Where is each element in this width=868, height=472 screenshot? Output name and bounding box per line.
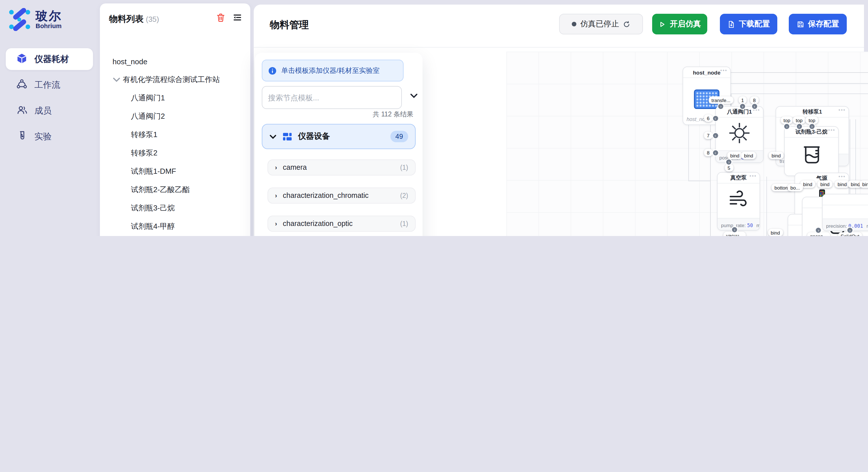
- page-header: 物料管理 仿真已停止 开启仿真 下载配置 保存配置: [254, 5, 864, 47]
- port-pill[interactable]: bind: [741, 152, 756, 159]
- group-header-line: [710, 94, 868, 94]
- port-pill[interactable]: 6: [704, 115, 712, 122]
- node-title: 试剂瓶3-己烷: [795, 128, 828, 136]
- result-count: 共 112 条结果: [373, 110, 413, 119]
- port-connector[interactable]: ‹: [713, 150, 718, 156]
- port-connector[interactable]: ›: [740, 103, 745, 109]
- port-pill[interactable]: bind: [859, 180, 868, 188]
- port-pill[interactable]: gasso...: [807, 232, 830, 236]
- port-connector[interactable]: ‹: [713, 116, 718, 121]
- node-menu-icon[interactable]: •••: [720, 68, 727, 73]
- collapse-list-icon[interactable]: [232, 12, 242, 22]
- palette-hint-text: 单击模板添加仪器/耗材至实验室: [281, 66, 380, 75]
- simulation-status-pill[interactable]: 仿真已停止: [559, 14, 643, 34]
- port-pill[interactable]: 8: [750, 96, 758, 104]
- canvas-node[interactable]: 试剂瓶3-己烷•••: [784, 126, 839, 176]
- tree-item[interactable]: 试剂瓶1-DMF: [100, 162, 250, 181]
- bohrium-logo-icon: [8, 8, 31, 31]
- node-menu-icon[interactable]: •••: [749, 173, 756, 179]
- canvas-node[interactable]: •••precision: 0.001max_capacity: 10: [822, 194, 868, 231]
- tree-item[interactable]: 八通阀门2: [100, 107, 250, 126]
- category-row-camera[interactable]: ›camera(1): [268, 160, 415, 175]
- port-pill[interactable]: 5: [725, 164, 733, 171]
- node-footer: precision: 0.001max_capacity: 10: [823, 218, 868, 231]
- port-pill[interactable]: top: [793, 116, 805, 124]
- tree-item-label: 有机化学流程综合测试工作站: [123, 74, 220, 85]
- port-connector[interactable]: ‹: [713, 133, 718, 138]
- workflow-icon: [16, 78, 28, 92]
- node-title: 真空泵: [731, 174, 747, 181]
- download-config-button[interactable]: 下载配置: [720, 14, 777, 34]
- device-group-label: 仪器设备: [298, 131, 330, 142]
- port-pill[interactable]: 8: [704, 149, 712, 157]
- port-pill[interactable]: transfe...: [709, 96, 733, 104]
- tree-item[interactable]: 转移泵2: [100, 144, 250, 162]
- category-name: characterization_optic: [283, 220, 352, 228]
- device-group-count-badge: 49: [390, 131, 408, 142]
- tree-item[interactable]: 有机化学流程综合测试工作站: [100, 71, 250, 89]
- sidebar-item-label: 实验: [34, 131, 52, 142]
- category-count: (2): [400, 192, 408, 199]
- sidebar: 玻尔 Bohrium 仪器耗材工作流成员实验 实验室: [0, 0, 100, 236]
- edge-wire: [688, 181, 710, 181]
- template-palette: 单击模板添加仪器/耗材至实验室 共 112 条结果 仪器设备 49 ›camer…: [255, 53, 423, 236]
- port-pill[interactable]: vacuu...: [723, 232, 746, 236]
- sidebar-item-1[interactable]: 仪器耗材: [6, 48, 93, 70]
- port-connector[interactable]: ›: [797, 124, 802, 129]
- refresh-icon[interactable]: [623, 20, 631, 28]
- sidebar-item-label: 成员: [34, 105, 52, 116]
- chevron-down-icon[interactable]: [113, 76, 121, 84]
- node-menu-icon[interactable]: •••: [838, 107, 846, 113]
- chevron-down-icon: [269, 134, 277, 139]
- port-pill[interactable]: bind: [769, 152, 784, 159]
- tree-item[interactable]: 八通阀门1: [100, 89, 250, 107]
- chevron-down-icon[interactable]: [410, 93, 418, 99]
- port-pill[interactable]: 7: [704, 132, 712, 139]
- members-icon: [16, 104, 28, 117]
- tree-item[interactable]: 试剂瓶5-水: [100, 236, 250, 236]
- start-simulation-button[interactable]: 开启仿真: [652, 14, 707, 34]
- app-root: 玻尔 Bohrium 仪器耗材工作流成员实验 实验室 物料列表(35) host…: [0, 0, 868, 236]
- save-config-button[interactable]: 保存配置: [789, 14, 847, 34]
- sidebar-item-2[interactable]: 工作流: [6, 74, 93, 96]
- chevron-right-icon: ›: [275, 192, 277, 199]
- materials-count: (35): [146, 15, 159, 24]
- port-pill[interactable]: SolidOut: [838, 232, 862, 236]
- port-pill[interactable]: bind: [768, 229, 783, 236]
- tree-item-label: 转移泵1: [131, 130, 157, 140]
- play-icon: [658, 20, 666, 28]
- brand-name: 玻尔: [36, 10, 62, 22]
- tree-item[interactable]: host_node: [100, 52, 250, 71]
- category-row-characterization_chromatic[interactable]: ›characterization_chromatic(2): [268, 188, 415, 204]
- node-menu-icon[interactable]: •••: [838, 174, 846, 179]
- tree-item-label: 试剂瓶1-DMF: [131, 166, 176, 177]
- node-title: host_node: [693, 69, 720, 75]
- brand-logo: 玻尔 Bohrium: [8, 8, 62, 31]
- flow-canvas[interactable]: 有机化学流程综合测试工作站转移泵1•••transfer_rate: 10试剂瓶…: [506, 52, 868, 236]
- port-pill[interactable]: bind: [817, 180, 832, 188]
- port-pill[interactable]: bo...: [787, 184, 803, 191]
- save-icon: [797, 20, 804, 28]
- port-pill[interactable]: top: [780, 116, 793, 124]
- node-menu-icon[interactable]: •••: [828, 127, 835, 133]
- port-connector[interactable]: ›: [752, 103, 757, 109]
- tree-item[interactable]: 转移泵1: [100, 126, 250, 144]
- tree-item[interactable]: 试剂瓶2-乙酸乙酯: [100, 181, 250, 199]
- device-group-header[interactable]: 仪器设备 49: [262, 124, 415, 149]
- port-pill[interactable]: 1: [738, 96, 747, 104]
- tree-item[interactable]: 试剂瓶4-甲醇: [100, 217, 250, 236]
- beaker-node-icon: [799, 142, 824, 169]
- tree-item[interactable]: 试剂瓶3-己烷: [100, 199, 250, 217]
- sidebar-item-3[interactable]: 成员: [6, 100, 93, 122]
- category-name: camera: [283, 164, 307, 171]
- sidebar-item-4[interactable]: 实验: [6, 126, 93, 147]
- delete-icon[interactable]: [216, 12, 226, 22]
- sidebar-item-label: 工作流: [34, 79, 60, 90]
- search-input[interactable]: [262, 86, 402, 109]
- category-row-characterization_optic[interactable]: ›characterization_optic(1): [268, 216, 415, 232]
- port-pill[interactable]: bind: [727, 152, 742, 159]
- port-pill[interactable]: top: [806, 116, 818, 124]
- port-connector[interactable]: ›: [809, 124, 815, 129]
- canvas-node[interactable]: 真空泵•••pump_rate: 50max_vacuum: 0.1: [717, 172, 760, 231]
- port-pill[interactable]: bind: [835, 180, 849, 188]
